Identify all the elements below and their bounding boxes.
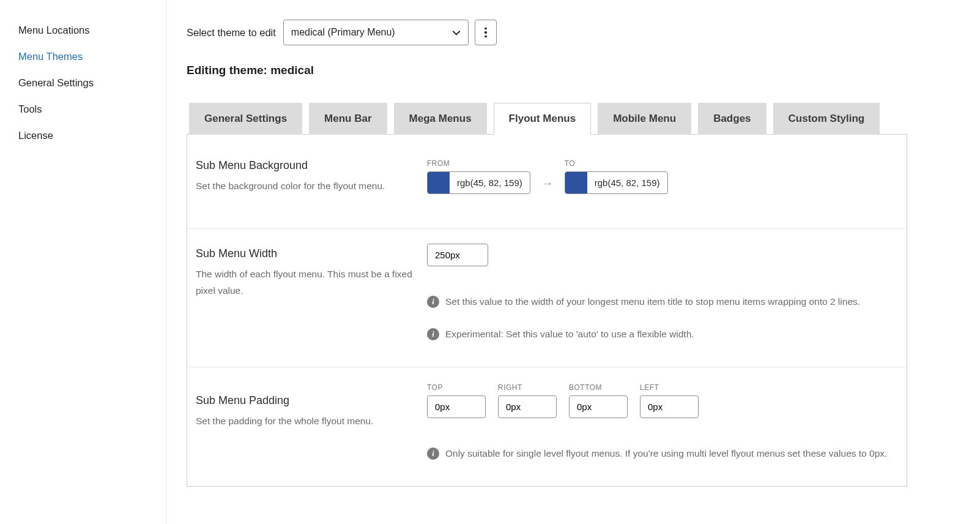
info-icon: i — [427, 328, 439, 340]
sidebar-item-menu-themes[interactable]: Menu Themes — [0, 43, 166, 70]
info-row: i Set this value to the width of your lo… — [427, 294, 898, 310]
tab-flyout-menus[interactable]: Flyout Menus — [494, 103, 592, 135]
info-row: i Only suitable for single level flyout … — [427, 446, 898, 462]
tab-general-settings[interactable]: General Settings — [189, 103, 302, 135]
padding-left-caption: LEFT — [640, 383, 699, 392]
sidebar-item-license[interactable]: License — [0, 122, 166, 149]
tabs: General Settings Menu Bar Mega Menus Fly… — [189, 103, 980, 135]
theme-select-dropdown[interactable]: medical (Primary Menu) — [283, 20, 469, 45]
setting-title: Sub Menu Width — [196, 247, 427, 260]
setting-label-block: Sub Menu Background Set the background c… — [196, 159, 427, 194]
padding-bottom-input[interactable] — [569, 395, 628, 418]
setting-label-block: Sub Menu Padding Set the padding for the… — [196, 383, 427, 462]
color-to-value: rgb(45, 82, 159) — [587, 178, 667, 188]
main-content: Select theme to edit medical (Primary Me… — [167, 0, 980, 524]
kebab-icon — [484, 28, 487, 38]
sidebar-item-tools[interactable]: Tools — [0, 96, 166, 122]
color-from-value: rgb(45, 82, 159) — [450, 178, 530, 188]
info-icon: i — [427, 447, 439, 460]
padding-right-caption: RIGHT — [498, 383, 557, 392]
setting-desc: Set the padding for the whole flyout men… — [196, 413, 427, 429]
tab-custom-styling[interactable]: Custom Styling — [773, 103, 880, 135]
settings-panel: Sub Menu Background Set the background c… — [187, 134, 907, 487]
tab-mega-menus[interactable]: Mega Menus — [394, 103, 487, 135]
tab-badges[interactable]: Badges — [698, 103, 766, 135]
color-to-swatch[interactable] — [565, 172, 587, 193]
setting-desc: Set the background color for the flyout … — [196, 178, 427, 194]
setting-row-sub-menu-padding: Sub Menu Padding Set the padding for the… — [187, 367, 907, 486]
sub-menu-width-input[interactable] — [427, 244, 488, 266]
info-text: Experimental: Set this value to 'auto' t… — [445, 327, 694, 342]
info-text: Only suitable for single level flyout me… — [445, 446, 887, 462]
padding-right-input[interactable] — [498, 395, 557, 418]
editing-theme-title: Editing theme: medical — [187, 64, 980, 77]
color-to-caption: TO — [565, 159, 668, 168]
padding-bottom-caption: BOTTOM — [569, 383, 628, 392]
color-from-input[interactable]: rgb(45, 82, 159) — [427, 171, 530, 194]
tab-mobile-menu[interactable]: Mobile Menu — [598, 103, 691, 135]
padding-group: TOP RIGHT BOTTOM LEFT — [427, 383, 898, 418]
sidebar: Menu Locations Menu Themes General Setti… — [0, 0, 167, 524]
color-to-input[interactable]: rgb(45, 82, 159) — [565, 171, 668, 194]
padding-top-input[interactable] — [427, 395, 486, 418]
setting-title: Sub Menu Padding — [196, 394, 427, 407]
theme-select-value: medical (Primary Menu) — [291, 27, 395, 38]
color-from-caption: FROM — [427, 159, 530, 168]
arrow-right-icon: → — [541, 176, 554, 194]
sidebar-item-menu-locations[interactable]: Menu Locations — [0, 17, 166, 43]
setting-row-sub-menu-background: Sub Menu Background Set the background c… — [187, 135, 907, 229]
theme-select-label: Select theme to edit — [187, 27, 276, 39]
setting-row-sub-menu-width: Sub Menu Width The width of each flyout … — [187, 229, 907, 367]
color-from-swatch[interactable] — [428, 172, 450, 193]
more-actions-button[interactable] — [475, 20, 497, 45]
tab-menu-bar[interactable]: Menu Bar — [309, 103, 387, 135]
info-text: Set this value to the width of your long… — [445, 294, 860, 310]
theme-select-row: Select theme to edit medical (Primary Me… — [187, 20, 980, 45]
chevron-down-icon — [452, 28, 461, 37]
info-icon: i — [427, 296, 439, 308]
setting-desc: The width of each flyout menu. This must… — [196, 266, 427, 299]
info-row: i Experimental: Set this value to 'auto'… — [427, 327, 898, 342]
setting-title: Sub Menu Background — [196, 159, 427, 172]
color-gradient-group: FROM rgb(45, 82, 159) → TO rgb(45, 82, 1… — [427, 159, 898, 194]
padding-left-input[interactable] — [640, 395, 699, 418]
padding-top-caption: TOP — [427, 383, 486, 392]
setting-label-block: Sub Menu Width The width of each flyout … — [196, 244, 427, 342]
sidebar-item-general-settings[interactable]: General Settings — [0, 70, 166, 96]
